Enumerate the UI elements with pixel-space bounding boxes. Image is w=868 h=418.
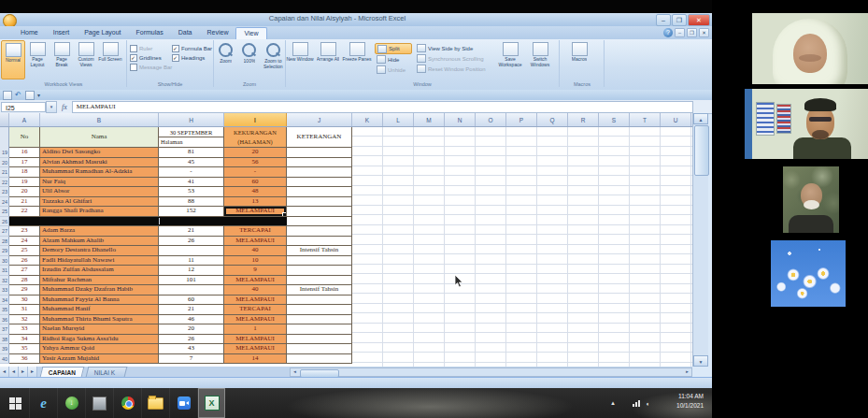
column-header-i[interactable]: I (224, 113, 287, 126)
cell-lack[interactable]: MELAMPAUI (224, 237, 287, 247)
cell-note[interactable] (287, 207, 352, 217)
cell-sept[interactable]: 41 (159, 178, 224, 188)
cell-note[interactable] (287, 266, 352, 276)
cell-no[interactable]: 27 (9, 266, 40, 276)
page-layout-view-button[interactable]: Page Layout (25, 40, 50, 79)
header-date[interactable]: 30 SEPTEMBER Halaman (159, 127, 224, 148)
cell-sept[interactable] (159, 285, 224, 295)
arrange-all-button[interactable]: Arrange All (314, 40, 342, 79)
cell-no[interactable]: 25 (9, 246, 40, 256)
zoom-app-icon[interactable] (170, 388, 198, 418)
row-header[interactable]: 25 (0, 207, 9, 217)
participant-video-1[interactable] (752, 13, 868, 84)
header-nama[interactable]: Nama (40, 127, 159, 148)
column-header-l[interactable]: L (383, 113, 414, 126)
header-kekurangan[interactable]: KEKURANGAN (HALAMAN) (224, 127, 287, 148)
page-break-preview-button[interactable]: Page Break Preview (50, 40, 74, 79)
column-header-n[interactable]: N (445, 113, 476, 126)
cell-sept[interactable]: 45 (159, 158, 224, 168)
tab-formulas[interactable]: Formulas (129, 26, 171, 39)
cell-name[interactable]: Miftahur Rachman (40, 276, 159, 286)
chrome-icon[interactable] (114, 388, 142, 418)
cell-lack[interactable]: TERCAPAI (224, 305, 287, 315)
cell-note[interactable] (287, 335, 352, 345)
cell-sept[interactable]: 152 (159, 207, 224, 217)
cell-name[interactable]: Muhammad Dzaky Dzafran Habib (40, 285, 159, 295)
notification-icon[interactable] (620, 400, 627, 407)
cell-name[interactable]: Muhammad Hanif (40, 305, 159, 315)
tab-data[interactable]: Data (171, 26, 200, 39)
row-header[interactable]: 34 (0, 295, 9, 306)
cell-no[interactable]: 35 (9, 344, 40, 354)
cell-name[interactable]: Yasir Azzam Mujahid (40, 354, 159, 365)
cell-no[interactable]: 30 (9, 295, 40, 306)
cell-no[interactable]: 19 (9, 178, 40, 188)
cell-sept[interactable]: 11 (159, 256, 224, 267)
taskbar-clock[interactable]: 11:04 AM 10/1/2021 (676, 392, 704, 411)
row-header[interactable]: 29 (0, 246, 9, 256)
last-sheet-icon[interactable]: ► (28, 367, 37, 377)
formula-bar-checkbox[interactable]: ✓Formula Bar (172, 44, 212, 53)
start-button[interactable] (2, 388, 30, 418)
freeze-panes-button[interactable]: Freeze Panes (342, 40, 372, 79)
cell-note[interactable] (287, 324, 352, 335)
cell-lack[interactable]: 48 (224, 187, 287, 197)
minimize-button[interactable]: – (656, 14, 671, 26)
cell-note[interactable]: Intensif Tahsin (287, 246, 352, 256)
black-fill-cells[interactable] (9, 217, 287, 227)
macros-button[interactable]: Macros (561, 40, 598, 79)
undo-icon[interactable]: ↶ (15, 92, 22, 99)
cell-sept[interactable]: 53 (159, 187, 224, 197)
row-header[interactable]: 21 (0, 167, 9, 178)
file-explorer-icon[interactable] (142, 388, 170, 418)
cell-sept[interactable]: 101 (159, 276, 224, 286)
volume-icon[interactable]: ◖ (646, 400, 649, 407)
cell-no[interactable]: 20 (9, 187, 40, 197)
cell-no[interactable]: 34 (9, 335, 40, 345)
column-header-u[interactable]: U (661, 113, 691, 126)
column-header-t[interactable]: T (630, 113, 661, 126)
cell-no[interactable]: 23 (9, 226, 40, 237)
cell-note[interactable] (287, 197, 352, 208)
scroll-right-icon[interactable]: ► (683, 368, 691, 376)
cell-no[interactable]: 32 (9, 315, 40, 325)
row-header[interactable]: 39 (0, 344, 9, 354)
cell-note[interactable] (287, 295, 352, 306)
book-minimize-button[interactable]: – (675, 28, 685, 37)
prev-sheet-icon[interactable]: ◄ (9, 367, 19, 377)
horizontal-scrollbar[interactable]: ◄ ► (290, 368, 692, 377)
cell-sept[interactable]: 12 (159, 266, 224, 276)
new-window-button[interactable]: New Window (286, 40, 314, 79)
row-header[interactable]: 22 (0, 178, 9, 188)
cell-name[interactable]: Alvian Akhmad Masruki (40, 158, 159, 168)
cell-no[interactable]: 24 (9, 237, 40, 247)
split-button[interactable]: Split (375, 43, 412, 54)
cell-note[interactable] (287, 276, 352, 286)
cell-name[interactable]: Fadli Hidayatullah Nawawi (40, 256, 159, 267)
cell-sept[interactable]: 26 (159, 237, 224, 247)
cell-name[interactable]: Adam Barza (40, 226, 159, 237)
cell-lack[interactable]: MELAMPAUI (224, 295, 287, 306)
cell-note[interactable] (287, 354, 352, 365)
cell-note[interactable] (287, 167, 352, 178)
column-header-q[interactable]: Q (537, 113, 568, 126)
scroll-left-icon[interactable]: ◄ (291, 368, 299, 376)
view-side-by-side-button[interactable]: View Side by Side (415, 43, 495, 53)
column-header-a[interactable]: A (9, 113, 40, 126)
cell-lack[interactable]: 20 (224, 148, 287, 158)
synchronous-scrolling-button[interactable]: Synchronous Scrolling (415, 53, 495, 64)
row-header[interactable]: 26 (0, 217, 9, 227)
cell-name[interactable]: Rangga Shafi Pradhana (40, 207, 159, 217)
cell-lack[interactable]: MELAMPAUI (224, 276, 287, 286)
book-restore-button[interactable]: ❐ (687, 28, 697, 37)
select-all-corner[interactable] (0, 113, 9, 126)
vertical-scroll-thumb[interactable] (694, 125, 709, 176)
row-header[interactable]: 37 (0, 324, 9, 335)
cell-lack[interactable]: MELAMPAUI (224, 315, 287, 325)
cell-lack[interactable]: 40 (224, 285, 287, 295)
cell-note[interactable] (287, 217, 352, 227)
row-header[interactable]: 32 (0, 276, 9, 286)
cell-no[interactable]: 16 (9, 148, 40, 158)
participant-video-3[interactable] (783, 166, 839, 233)
cell-name[interactable]: Ridhoi Raga Sukma Assa'idu (40, 335, 159, 345)
